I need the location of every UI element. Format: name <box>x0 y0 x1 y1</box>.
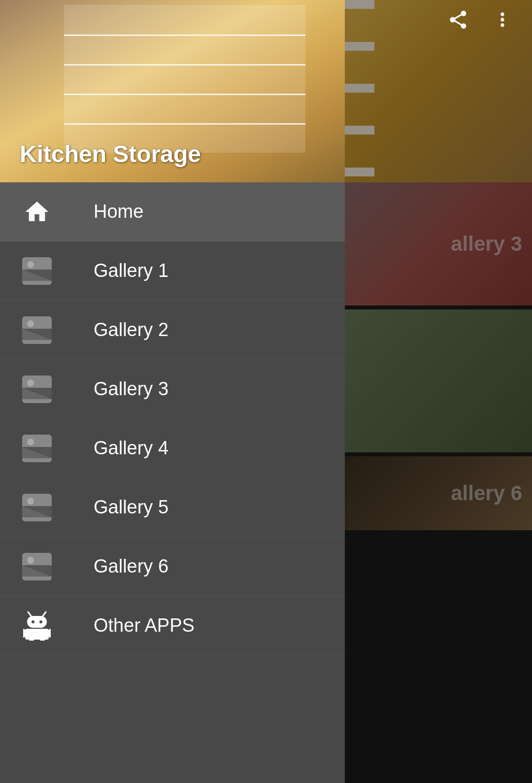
menu-label-gallery3: Gallery 3 <box>94 378 168 400</box>
menu-item-gallery5[interactable]: Gallery 5 <box>0 478 345 537</box>
svg-rect-6 <box>23 629 25 638</box>
svg-rect-5 <box>25 629 49 640</box>
more-vertical-icon <box>492 9 513 31</box>
gallery3-icon-container <box>20 372 54 407</box>
menu-item-gallery6[interactable]: Gallery 6 <box>0 537 345 596</box>
gallery1-icon-container <box>20 254 54 288</box>
image-icon-gallery3 <box>22 375 52 403</box>
image-icon-gallery1 <box>22 257 52 285</box>
shelf-decoration <box>64 5 305 153</box>
image-icon-gallery6 <box>22 553 52 580</box>
gallery4-icon-container <box>20 431 54 466</box>
svg-line-1 <box>43 612 46 616</box>
menu-label-gallery5: Gallery 5 <box>94 497 168 518</box>
menu-label-gallery2: Gallery 2 <box>94 319 168 340</box>
menu-item-home[interactable]: Home <box>0 182 345 241</box>
svg-line-0 <box>28 612 31 616</box>
home-icon-container <box>20 195 54 229</box>
image-icon-gallery2 <box>22 316 52 344</box>
image-icon-gallery4 <box>22 435 52 462</box>
home-icon <box>23 198 51 226</box>
drawer-header: Kitchen Storage <box>0 0 345 182</box>
svg-rect-2 <box>27 616 47 628</box>
menu-label-home: Home <box>94 201 143 222</box>
svg-rect-9 <box>40 639 45 641</box>
menu-item-gallery1[interactable]: Gallery 1 <box>0 241 345 301</box>
android-icon <box>23 611 51 641</box>
menu-item-other-apps[interactable]: Other APPS <box>0 596 345 655</box>
menu-label-gallery1: Gallery 1 <box>94 260 168 281</box>
drawer-menu: Home Gallery 1 Gallery 2 Gallery 3 <box>0 182 345 783</box>
menu-label-gallery4: Gallery 4 <box>94 438 168 459</box>
overlay-dim <box>345 0 532 783</box>
menu-item-gallery3[interactable]: Gallery 3 <box>0 360 345 419</box>
image-icon-gallery5 <box>22 494 52 521</box>
svg-point-3 <box>32 620 34 623</box>
svg-rect-7 <box>49 629 51 638</box>
android-icon-container <box>20 609 54 643</box>
menu-item-gallery2[interactable]: Gallery 2 <box>0 301 345 360</box>
nav-drawer: Kitchen Storage Home Gallery 1 Gallery 2 <box>0 0 345 783</box>
svg-point-4 <box>39 620 42 623</box>
gallery2-icon-container <box>20 313 54 347</box>
menu-label-other-apps: Other APPS <box>94 615 195 636</box>
menu-item-gallery4[interactable]: Gallery 4 <box>0 419 345 478</box>
more-options-button[interactable] <box>488 5 517 34</box>
svg-rect-8 <box>29 639 34 641</box>
top-bar <box>345 0 532 39</box>
menu-label-gallery6: Gallery 6 <box>94 556 168 577</box>
gallery6-icon-container <box>20 549 54 584</box>
share-icon <box>447 9 469 31</box>
gallery5-icon-container <box>20 490 54 525</box>
drawer-title: Kitchen Storage <box>20 140 201 168</box>
share-button[interactable] <box>443 5 473 34</box>
